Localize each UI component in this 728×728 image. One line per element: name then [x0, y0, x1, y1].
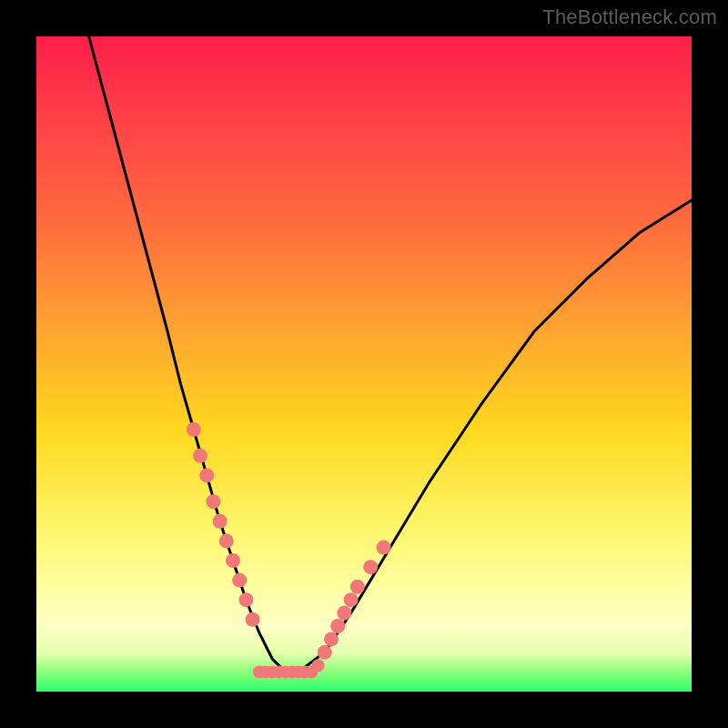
plot-area — [36, 36, 692, 692]
data-marker — [350, 580, 365, 594]
data-marker — [318, 645, 332, 660]
data-marker — [238, 592, 253, 607]
data-marker — [377, 541, 391, 555]
data-marker — [206, 494, 220, 509]
data-marker — [330, 619, 345, 633]
data-marker — [344, 592, 359, 607]
data-marker — [219, 533, 234, 548]
marker-cluster-left — [187, 422, 260, 627]
data-marker — [193, 449, 207, 463]
data-marker — [199, 468, 214, 482]
data-marker — [324, 632, 339, 646]
data-marker — [187, 422, 201, 437]
data-marker — [363, 560, 378, 574]
marker-cluster-valley — [253, 659, 325, 678]
data-marker — [312, 659, 325, 672]
attribution-text: TheBottleneck.com — [542, 5, 717, 29]
data-marker — [213, 514, 228, 529]
data-marker — [226, 553, 240, 568]
bottleneck-curve — [89, 36, 692, 672]
data-marker — [337, 606, 351, 621]
data-marker — [246, 612, 260, 627]
data-marker — [232, 573, 247, 588]
marker-cluster-right — [318, 541, 391, 660]
outer-frame: TheBottleneck.com — [0, 0, 728, 728]
chart-svg — [36, 36, 692, 692]
